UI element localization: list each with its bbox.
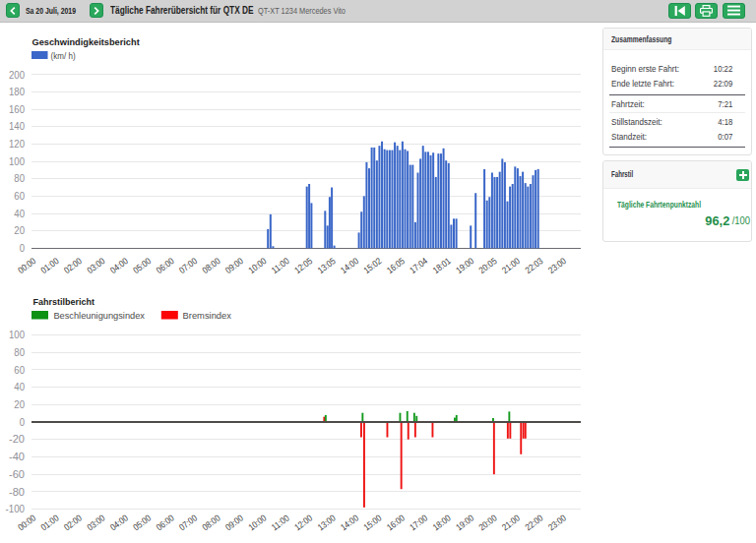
svg-text:40: 40	[14, 382, 25, 392]
svg-text:02:00: 02:00	[62, 513, 84, 533]
svg-text:04:00: 04:00	[108, 256, 130, 275]
svg-text:20: 20	[14, 225, 25, 236]
svg-text:09:00: 09:00	[223, 513, 245, 533]
svg-text:11:00: 11:00	[270, 256, 291, 275]
svg-text:11:00: 11:00	[270, 513, 291, 533]
svg-text:03:00: 03:00	[86, 513, 107, 533]
svg-text:60: 60	[14, 191, 25, 202]
svg-text:15:00: 15:00	[362, 513, 384, 533]
svg-text:23:00: 23:00	[546, 256, 568, 275]
svg-text:80: 80	[14, 173, 25, 184]
svg-text:22:03: 22:03	[524, 256, 545, 275]
svg-text:160: 160	[9, 104, 25, 115]
svg-text:20: 20	[14, 399, 25, 410]
svg-text:18:01: 18:01	[431, 256, 453, 275]
svg-text:Geschwindigkeitsbericht: Geschwindigkeitsbericht	[32, 36, 140, 47]
svg-text:60: 60	[14, 365, 25, 376]
svg-text:18:00: 18:00	[431, 513, 453, 533]
svg-text:120: 120	[9, 139, 25, 150]
svg-text:08:00: 08:00	[201, 256, 222, 275]
svg-text:0: 0	[20, 243, 26, 254]
svg-text:14:00: 14:00	[339, 513, 360, 533]
svg-text:180: 180	[9, 87, 25, 97]
svg-text:07:00: 07:00	[177, 256, 199, 275]
svg-text:-40: -40	[9, 452, 25, 462]
svg-text:00:00: 00:00	[16, 256, 37, 275]
svg-text:13:00: 13:00	[316, 513, 338, 533]
svg-text:-100: -100	[6, 504, 26, 514]
svg-text:100: 100	[9, 330, 25, 340]
svg-text:15:02: 15:02	[362, 256, 384, 275]
svg-text:05:00: 05:00	[131, 513, 153, 533]
svg-text:17:00: 17:00	[408, 513, 429, 533]
svg-text:(km/ h): (km/ h)	[51, 51, 76, 61]
svg-text:16:05: 16:05	[385, 256, 407, 275]
svg-text:19:00: 19:00	[454, 256, 475, 275]
svg-text:10:00: 10:00	[247, 513, 269, 533]
svg-text:06:00: 06:00	[155, 513, 176, 533]
svg-text:05:00: 05:00	[131, 256, 153, 275]
svg-text:-60: -60	[9, 469, 25, 480]
svg-text:12:05: 12:05	[292, 256, 314, 275]
svg-text:22:00: 22:00	[524, 513, 545, 533]
svg-text:01:00: 01:00	[39, 256, 61, 275]
svg-text:06:00: 06:00	[155, 256, 176, 275]
svg-text:19:00: 19:00	[454, 513, 475, 533]
svg-text:07:00: 07:00	[177, 513, 199, 533]
svg-text:09:00: 09:00	[223, 256, 245, 275]
svg-text:13:05: 13:05	[316, 256, 338, 275]
svg-text:200: 200	[9, 70, 25, 81]
svg-text:Fahrstilbericht: Fahrstilbericht	[33, 296, 95, 307]
svg-text:-80: -80	[9, 487, 25, 498]
svg-text:Bremsindex: Bremsindex	[183, 311, 232, 321]
svg-text:20:00: 20:00	[477, 513, 499, 533]
svg-text:20:05: 20:05	[477, 256, 499, 275]
svg-text:12:00: 12:00	[292, 513, 314, 533]
svg-text:10:00: 10:00	[247, 256, 269, 275]
svg-text:0: 0	[20, 417, 26, 428]
svg-text:00:00: 00:00	[16, 513, 37, 533]
svg-text:14:00: 14:00	[339, 256, 360, 275]
svg-text:04:00: 04:00	[108, 513, 130, 533]
svg-text:02:00: 02:00	[62, 256, 84, 275]
svg-text:140: 140	[9, 121, 25, 132]
svg-text:-20: -20	[9, 434, 25, 445]
svg-text:08:00: 08:00	[201, 513, 222, 533]
svg-text:17:04: 17:04	[408, 256, 429, 275]
svg-text:03:00: 03:00	[86, 256, 107, 275]
svg-text:Beschleunigungsindex: Beschleunigungsindex	[53, 311, 145, 321]
svg-text:100: 100	[9, 156, 25, 167]
svg-text:40: 40	[14, 209, 25, 219]
svg-text:01:00: 01:00	[39, 513, 61, 533]
svg-text:21:00: 21:00	[500, 256, 522, 275]
svg-text:23:00: 23:00	[546, 513, 568, 533]
svg-text:16:00: 16:00	[385, 513, 407, 533]
svg-text:80: 80	[14, 347, 25, 358]
svg-text:21:00: 21:00	[500, 513, 522, 533]
